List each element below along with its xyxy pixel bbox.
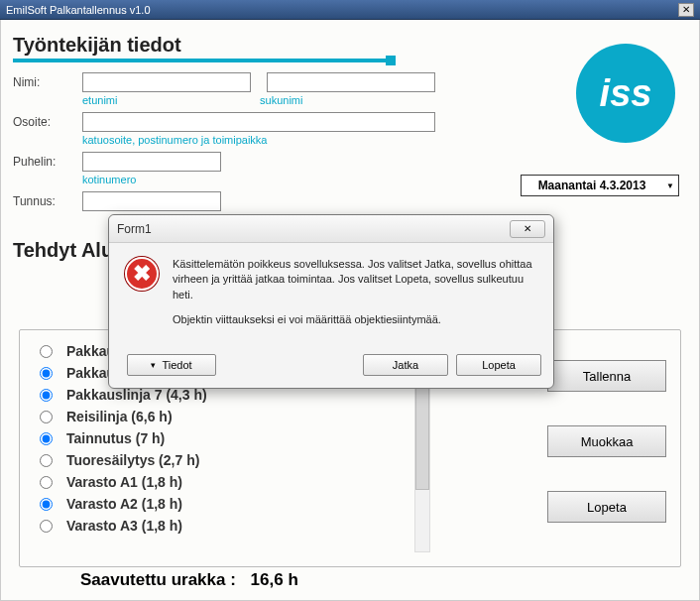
logo: iss <box>576 44 675 143</box>
summary-label: Saavutettu urakka : <box>80 570 236 589</box>
label-address: Osoite: <box>13 115 82 129</box>
firstname-input[interactable] <box>82 72 251 92</box>
label-id: Tunnus: <box>13 194 82 208</box>
lastname-input[interactable] <box>267 72 435 92</box>
section-divider <box>13 59 390 62</box>
titlebar: EmilSoft Palkantallennus v1.0 ✕ <box>0 0 700 20</box>
radio-row[interactable]: Varasto A3 (1,8 h) <box>34 515 383 537</box>
save-button[interactable]: Tallenna <box>547 360 666 392</box>
radio-label: Varasto A2 (1,8 h) <box>66 496 182 512</box>
label-phone: Puhelin: <box>13 155 82 169</box>
address-input[interactable] <box>82 112 435 132</box>
hint-firstname: etunimi <box>82 94 257 106</box>
dialog-body: ✖ Käsittelemätön poikkeus sovelluksessa.… <box>109 243 553 348</box>
continue-button[interactable]: Jatka <box>363 354 448 376</box>
close-icon[interactable]: ✕ <box>678 3 694 17</box>
radio-input[interactable] <box>40 454 53 467</box>
dialog-titlebar: Form1 ✕ <box>109 215 553 243</box>
dialog-msg1: Käsittelemätön poikkeus sovelluksessa. J… <box>173 257 537 302</box>
window-title: EmilSoft Palkantallennus v1.0 <box>6 0 151 20</box>
row-phone: Puhelin: <box>13 152 687 172</box>
dialog-buttonbar: Tiedot Jatka Lopeta <box>109 348 553 388</box>
dialog-title: Form1 <box>117 222 152 236</box>
radio-input[interactable] <box>40 520 53 533</box>
dialog-quit-button[interactable]: Lopeta <box>456 354 541 376</box>
radio-input[interactable] <box>40 367 53 380</box>
logo-text: iss <box>600 72 652 115</box>
radio-label: Varasto A1 (1,8 h) <box>66 474 182 490</box>
dialog-close-button[interactable]: ✕ <box>510 220 545 238</box>
summary-value: 16,6 h <box>251 570 298 589</box>
radio-input[interactable] <box>40 389 53 402</box>
chevron-down-icon: ▼ <box>662 181 678 190</box>
error-icon: ✖ <box>125 257 159 291</box>
label-name: Nimi: <box>13 75 82 89</box>
radio-label: Pakkauslinja 7 (4,3 h) <box>66 387 207 403</box>
id-input[interactable] <box>82 191 221 211</box>
radio-label: Tainnutus (7 h) <box>66 430 165 446</box>
hint-lastname: sukunimi <box>260 94 302 106</box>
quit-button[interactable]: Lopeta <box>547 491 666 523</box>
radio-row[interactable]: Tuoresäilytys (2,7 h) <box>34 449 383 471</box>
hint-address: katuosoite, postinumero ja toimipaikka <box>82 134 687 146</box>
radio-input[interactable] <box>40 411 53 423</box>
radio-row[interactable]: Tainnutus (7 h) <box>34 427 383 449</box>
radio-input[interactable] <box>40 432 53 445</box>
details-button[interactable]: Tiedot <box>127 354 216 376</box>
radio-input[interactable] <box>40 498 53 511</box>
radio-label: Varasto A3 (1,8 h) <box>66 518 182 534</box>
radio-label: Tuoresäilytys (2,7 h) <box>66 452 199 468</box>
date-dropdown[interactable]: Maanantai 4.3.2013 ▼ <box>521 175 679 196</box>
dialog-msg2: Objektin viittaukseksi ei voi määrittää … <box>173 312 537 327</box>
radio-label: Reisilinja (6,6 h) <box>66 409 173 424</box>
radio-row[interactable]: Varasto A1 (1,8 h) <box>34 471 383 493</box>
phone-input[interactable] <box>82 152 221 172</box>
window-body: iss Työntekijän tiedot Nimi: etunimi suk… <box>0 20 700 601</box>
date-value: Maanantai 4.3.2013 <box>522 179 662 192</box>
radio-input[interactable] <box>40 345 53 358</box>
radio-row[interactable]: Reisilinja (6,6 h) <box>34 406 383 427</box>
radio-input[interactable] <box>40 476 53 489</box>
edit-button[interactable]: Muokkaa <box>547 425 666 457</box>
section-title-employee: Työntekijän tiedot <box>13 34 687 57</box>
summary: Saavutettu urakka : 16,6 h <box>80 570 298 590</box>
error-dialog: Form1 ✕ ✖ Käsittelemätön poikkeus sovell… <box>108 214 554 389</box>
radio-row[interactable]: Varasto A2 (1,8 h) <box>34 493 383 515</box>
details-label: Tiedot <box>162 359 191 371</box>
dialog-message: Käsittelemätön poikkeus sovelluksessa. J… <box>173 257 537 338</box>
